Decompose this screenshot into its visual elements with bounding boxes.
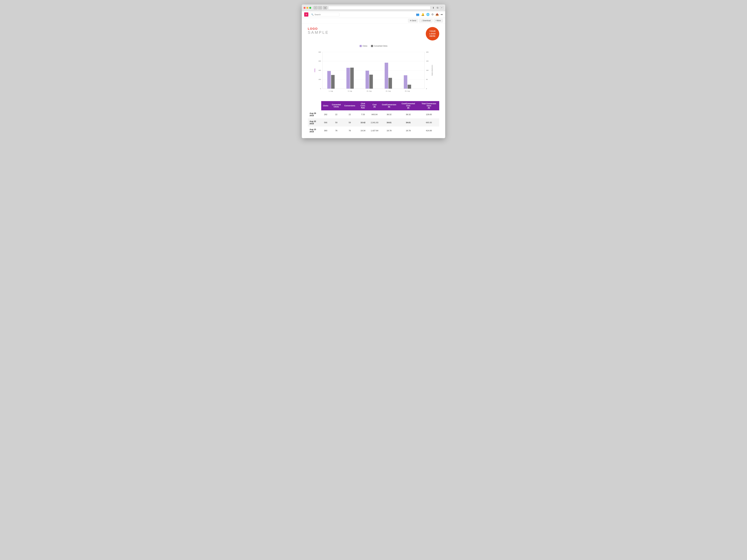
th-cost-per-conversion: Cost/Conversion($) — [380, 101, 398, 110]
th-click-conv-rate: Click Conv.Rate — [357, 101, 369, 110]
bar-8aug-clicks — [346, 68, 350, 89]
globe-icon[interactable]: 🌐 — [426, 13, 430, 16]
toolbar-left: + 🔍 — [304, 12, 339, 17]
chart-section: Clicks Converted Clicks — [308, 45, 439, 97]
cell-cost_per_converted_click: 38.32 — [398, 110, 418, 118]
bar-1aug-clicks — [327, 71, 331, 88]
page-header: LOGO SAMPLE YOURLOGOHERE — [308, 27, 439, 41]
cell-cost_per_converted_click: 34.61 — [398, 118, 418, 127]
settings-icon[interactable]: ⚙ — [431, 13, 434, 16]
cell-cost_per_conversion: 18.78 — [380, 127, 398, 135]
bar-1aug-converted — [331, 75, 335, 89]
bar-22aug-clicks — [385, 63, 388, 89]
legend-clicks-label: Clicks — [363, 45, 367, 47]
data-table: Clicks ConvertedClicks Conversions Click… — [308, 101, 439, 135]
logo-circle: YOURLOGOHERE — [426, 27, 439, 41]
svg-text:Clicks: Clicks — [314, 69, 315, 72]
send-button[interactable]: ✉ Send — [408, 19, 418, 22]
table-row: Aug 152016393767619.341,427.6418.7818.78… — [308, 127, 439, 135]
cell-converted_clicks: 59 — [330, 118, 342, 127]
cell-date: Aug 152016 — [308, 127, 321, 135]
bar-15aug-clicks — [366, 71, 369, 89]
cell-cost_per_conversion: 34.61 — [380, 118, 398, 127]
back-button[interactable]: ‹ — [314, 6, 317, 9]
maximize-button[interactable] — [309, 7, 311, 9]
th-clicks: Clicks — [321, 101, 330, 110]
bar-29aug-clicks — [404, 75, 407, 89]
data-table-section: Clicks ConvertedClicks Conversions Click… — [308, 101, 439, 135]
share-icon[interactable]: ⬆ — [432, 6, 435, 9]
download-button[interactable]: ↓ Download — [419, 19, 433, 22]
svg-text:29. Aug: 29. Aug — [405, 90, 410, 92]
th-converted-clicks: ConvertedClicks — [330, 101, 342, 110]
share-icon-toolbar[interactable]: 📤 — [436, 13, 439, 16]
cell-conversions: 22 — [342, 110, 357, 118]
minimize-button[interactable] — [306, 7, 308, 9]
clicks-swatch — [360, 45, 362, 47]
cell-clicks: 566 — [321, 118, 330, 127]
svg-text:400: 400 — [318, 70, 321, 71]
create-button[interactable]: + — [304, 12, 308, 17]
chart-legend: Clicks Converted Clicks — [308, 45, 439, 47]
svg-text:1. Aug: 1. Aug — [329, 90, 333, 92]
cell-clicks: 292 — [321, 110, 330, 118]
converted-clicks-swatch — [371, 45, 373, 47]
logo-area: LOGO SAMPLE — [308, 27, 329, 35]
search-input[interactable] — [314, 14, 338, 16]
svg-text:150: 150 — [426, 60, 429, 62]
cell-converted_clicks: 22 — [330, 110, 342, 118]
page-content: LOGO SAMPLE YOURLOGOHERE Clicks Converte… — [302, 23, 445, 138]
add-tab-button[interactable]: + — [440, 6, 443, 9]
svg-text:800: 800 — [318, 51, 321, 53]
bar-29aug-converted — [408, 85, 411, 89]
legend-clicks: Clicks — [360, 45, 367, 47]
th-cost: Cost($) — [369, 101, 380, 110]
bar-22aug-converted — [388, 78, 392, 89]
cell-total_conversion_value: 129.00 — [418, 110, 439, 118]
svg-text:Converted Clicks: Converted Clicks — [432, 65, 433, 76]
cell-date: Aug 222016 — [308, 118, 321, 127]
cell-click_conv_rate: 7.53 — [357, 110, 369, 118]
forward-button[interactable]: › — [318, 6, 322, 9]
app-toolbar: + 🔍 👥 🔔 🌐 ⚙ 📤 ➡ — [302, 11, 445, 18]
more-button[interactable]: • More — [434, 19, 443, 22]
svg-text:200: 200 — [318, 79, 321, 80]
toolbar-right: 👥 🔔 🌐 ⚙ 📤 ➡ — [416, 13, 443, 16]
bar-15aug-converted — [369, 75, 373, 89]
cell-conversions: 59 — [342, 118, 357, 127]
tab-switcher[interactable]: ⊞ — [323, 6, 327, 9]
close-button[interactable] — [304, 7, 306, 9]
search-box: 🔍 — [310, 13, 339, 17]
cell-total_conversion_value: 414.00 — [418, 127, 439, 135]
svg-text:600: 600 — [318, 60, 321, 62]
th-date — [308, 101, 321, 110]
cell-clicks: 393 — [321, 127, 330, 135]
nav-buttons: ‹ › — [314, 6, 322, 9]
svg-text:50: 50 — [426, 79, 428, 80]
table-row: Aug 29201629222227.53843.0438.3238.32129… — [308, 110, 439, 118]
cell-click_conv_rate: 10.42 — [357, 118, 369, 127]
cell-cost_per_conversion: 38.32 — [380, 110, 398, 118]
browser-chrome: ‹ › ⊞ ⬆ ⧉ + — [302, 4, 445, 11]
chart-area: 0 200 400 600 800 0 50 100 150 200 Click… — [308, 49, 439, 97]
browser-actions: ⬆ ⧉ + — [432, 6, 443, 9]
svg-text:22. Aug: 22. Aug — [386, 90, 391, 92]
logout-icon[interactable]: ➡ — [441, 13, 443, 16]
browser-window: ‹ › ⊞ ⬆ ⧉ + + 🔍 👥 🔔 🌐 ⚙ 📤 ➡ ✉ — [302, 4, 445, 138]
th-total-conversion-value: Total Conversion Value($) — [418, 101, 439, 110]
th-conversions: Conversions — [342, 101, 357, 110]
logo-text-red: LOGO — [308, 27, 329, 30]
users-icon[interactable]: 👥 — [416, 13, 419, 16]
cell-cost_per_converted_click: 18.78 — [398, 127, 418, 135]
cell-cost: 843.04 — [369, 110, 380, 118]
chart-svg: 0 200 400 600 800 0 50 100 150 200 Click… — [308, 49, 439, 97]
table-row: Aug 222016566595910.422,041.9334.6134.61… — [308, 118, 439, 127]
svg-text:0: 0 — [426, 88, 427, 89]
cell-converted_clicks: 76 — [330, 127, 342, 135]
address-bar[interactable] — [328, 6, 431, 9]
legend-converted-clicks: Converted Clicks — [371, 45, 388, 47]
svg-text:200: 200 — [426, 51, 429, 53]
traffic-lights — [304, 7, 311, 9]
new-tab-icon[interactable]: ⧉ — [436, 6, 439, 9]
bell-icon[interactable]: 🔔 — [421, 13, 424, 16]
